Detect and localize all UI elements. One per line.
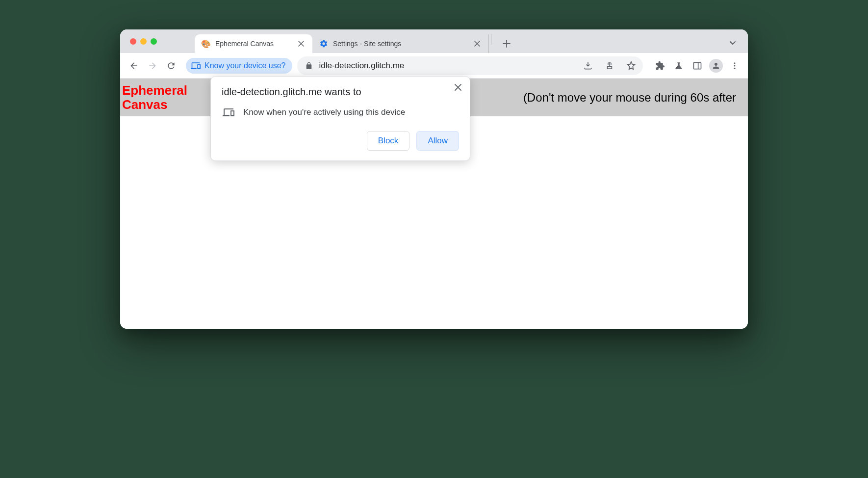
permission-chip-label: Know your device use?	[204, 61, 285, 70]
browser-window: 🎨 Ephemeral Canvas Settings - Site setti…	[120, 29, 748, 329]
reload-button[interactable]	[162, 57, 180, 75]
back-button[interactable]	[125, 57, 143, 75]
allow-button[interactable]: Allow	[416, 131, 459, 151]
dialog-close-button[interactable]	[452, 81, 464, 93]
svg-rect-0	[694, 62, 701, 69]
toolbar: Know your device use? idle-detection.gli…	[120, 53, 748, 79]
tabstrip-actions	[726, 36, 739, 49]
dialog-title: idle-detection.glitch.me wants to	[222, 86, 459, 98]
bookmark-icon[interactable]	[623, 58, 639, 74]
dialog-buttons: Block Allow	[222, 131, 459, 151]
tab-strip: 🎨 Ephemeral Canvas Settings - Site setti…	[120, 29, 748, 53]
tab-active[interactable]: 🎨 Ephemeral Canvas	[195, 34, 312, 53]
devices-icon	[191, 61, 201, 71]
tab-favicon-icon: 🎨	[202, 39, 210, 48]
permission-dialog: idle-detection.glitch.me wants to Know w…	[210, 76, 470, 161]
minimize-window-button[interactable]	[140, 38, 147, 45]
close-tab-button[interactable]	[473, 39, 482, 48]
omnibox-area: Know your device use? idle-detection.gli…	[186, 56, 643, 75]
install-app-icon[interactable]	[580, 58, 596, 74]
svg-point-2	[734, 62, 736, 64]
avatar-icon	[709, 59, 723, 73]
omnibox[interactable]: idle-detection.glitch.me	[297, 56, 643, 75]
tabs-container: 🎨 Ephemeral Canvas Settings - Site setti…	[195, 29, 514, 53]
permission-chip[interactable]: Know your device use?	[186, 58, 292, 74]
labs-icon[interactable]	[670, 57, 687, 74]
share-icon[interactable]	[602, 58, 617, 74]
tab-inactive[interactable]: Settings - Site settings	[312, 34, 489, 53]
window-controls	[130, 38, 157, 45]
block-button[interactable]: Block	[367, 131, 410, 151]
devices-icon	[223, 106, 234, 118]
dialog-permission-text: Know when you're actively using this dev…	[243, 107, 405, 117]
forward-button[interactable]	[144, 57, 161, 75]
menu-button[interactable]	[726, 57, 743, 74]
svg-point-3	[734, 65, 736, 66]
profile-button[interactable]	[708, 57, 724, 74]
tab-separator	[491, 34, 491, 45]
maximize-window-button[interactable]	[151, 38, 157, 45]
lock-icon	[305, 62, 313, 70]
tab-title: Settings - Site settings	[333, 40, 468, 48]
toolbar-actions	[652, 57, 743, 74]
close-tab-button[interactable]	[297, 39, 306, 48]
page-title: Ephemeral Canvas	[122, 83, 196, 111]
close-window-button[interactable]	[130, 38, 136, 45]
tab-search-button[interactable]	[726, 36, 739, 49]
page-instruction: (Don't move your mouse during 60s after	[523, 91, 746, 105]
url-text: idle-detection.glitch.me	[319, 61, 574, 71]
extensions-icon[interactable]	[652, 57, 668, 74]
svg-point-4	[734, 67, 736, 69]
dialog-permission-row: Know when you're actively using this dev…	[222, 106, 459, 118]
settings-favicon-icon	[319, 39, 328, 48]
new-tab-button[interactable]	[499, 36, 514, 51]
side-panel-icon[interactable]	[689, 57, 706, 74]
tab-title: Ephemeral Canvas	[215, 40, 292, 48]
